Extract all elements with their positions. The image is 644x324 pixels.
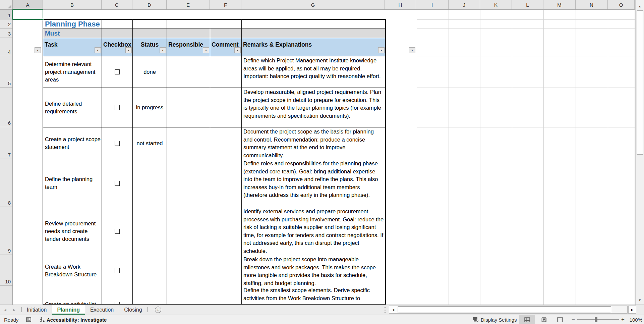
column-header-b[interactable]: B (43, 0, 102, 9)
tab-execution[interactable]: Execution (85, 305, 119, 315)
checkbox-cell[interactable] (102, 88, 133, 127)
task-checkbox[interactable] (115, 268, 120, 273)
comment-cell[interactable] (210, 159, 242, 207)
task-checkbox[interactable] (115, 302, 120, 305)
task-cell[interactable]: Create a Work Breakdown Structure (43, 255, 102, 286)
task-checkbox[interactable] (115, 69, 120, 74)
row-header-9[interactable]: 9 (0, 207, 12, 255)
macro-record-icon[interactable] (26, 315, 32, 324)
column-header-l[interactable]: L (512, 0, 543, 9)
task-cell[interactable]: Create a project scope statement (43, 127, 102, 159)
zoom-out-button[interactable]: − (570, 315, 577, 324)
status-cell[interactable] (133, 159, 167, 207)
comment-cell[interactable] (210, 88, 242, 127)
tabs-scroll-left-icon[interactable]: ◄ (3, 308, 7, 312)
display-settings[interactable]: Display Settings (473, 315, 517, 324)
checkbox-cell[interactable] (102, 286, 133, 305)
task-cell[interactable]: Define detailed requirements (43, 88, 102, 127)
checkbox-cell[interactable] (102, 56, 133, 88)
new-sheet-button[interactable]: + (155, 307, 161, 313)
checkbox-cell[interactable] (102, 159, 133, 207)
page-break-view-button[interactable] (552, 315, 568, 324)
status-cell[interactable]: done (133, 56, 167, 88)
row-header-1[interactable]: 1 (0, 10, 12, 19)
remarks-cell[interactable]: Define roles and responsibilities for th… (242, 159, 385, 207)
status-cell[interactable] (133, 207, 167, 255)
cell[interactable] (167, 20, 210, 29)
checkbox-cell[interactable] (102, 255, 133, 286)
row-header-8[interactable]: 8 (0, 159, 12, 207)
filter-dropdown[interactable]: ▾ (125, 47, 132, 53)
column-header-n[interactable]: N (576, 0, 608, 9)
row-header-6[interactable]: 6 (0, 88, 12, 127)
remarks-cell[interactable]: Identify external services and prepare p… (242, 207, 385, 255)
column-header-o[interactable]: O (608, 0, 635, 9)
remarks-cell[interactable]: Define the smallest scope elements. Deri… (242, 286, 385, 305)
filter-dropdown[interactable]: ▾ (160, 47, 166, 53)
column-header-e[interactable]: E (167, 0, 210, 9)
tab-closing[interactable]: Closing (119, 305, 147, 315)
comment-cell[interactable] (210, 56, 242, 88)
filter-dropdown[interactable]: ▾ (95, 47, 101, 53)
column-header-h[interactable]: H (385, 0, 416, 9)
task-checkbox[interactable] (115, 229, 120, 234)
column-header-c[interactable]: C (102, 0, 132, 9)
remarks-cell[interactable]: Break down the project scope into manage… (242, 255, 385, 286)
accessibility-status[interactable]: Accessibility: Investigate (39, 315, 107, 324)
status-cell[interactable]: in progress (133, 88, 167, 127)
row-header-5[interactable]: 5 (0, 56, 12, 88)
filter-dropdown[interactable]: ▾ (234, 47, 241, 53)
status-cell[interactable] (133, 286, 167, 305)
task-cell[interactable]: Create an activity list (43, 286, 102, 305)
task-checkbox[interactable] (115, 141, 120, 146)
filter-dropdown[interactable]: ▾ (203, 47, 209, 53)
zoom-level[interactable]: 100% (628, 315, 642, 324)
cell[interactable] (102, 29, 133, 38)
cell[interactable] (102, 20, 133, 29)
row-header-2[interactable]: 2 (0, 19, 12, 29)
scroll-right-icon[interactable]: ► (628, 306, 636, 314)
scroll-up-icon[interactable]: ▲ (636, 3, 643, 10)
cell[interactable] (242, 29, 385, 38)
row-header-10[interactable]: 10 (0, 255, 12, 286)
cell[interactable] (210, 20, 242, 29)
column-header-comment[interactable]: Comment▾ (210, 38, 242, 56)
responsible-cell[interactable] (167, 207, 210, 255)
tab-scrollbar-splitter[interactable] (384, 307, 386, 313)
column-header-g[interactable]: G (241, 0, 385, 9)
vertical-scrollbar[interactable]: ▲ ▼ (635, 0, 644, 305)
task-cell[interactable]: Review procurement needs and create tend… (43, 207, 102, 255)
vertical-scrollbar-thumb[interactable] (637, 10, 643, 155)
horizontal-scrollbar[interactable]: ◄ (389, 306, 628, 314)
comment-cell[interactable] (210, 207, 242, 255)
cell[interactable] (133, 29, 167, 38)
column-header-i[interactable]: I (416, 0, 449, 9)
responsible-cell[interactable] (167, 56, 210, 88)
column-header-status[interactable]: Status▾ (133, 38, 167, 56)
task-cell[interactable]: Define the planning team (43, 159, 102, 207)
column-header-a[interactable]: A (13, 0, 43, 9)
remarks-cell[interactable]: Develop measurable, aligned project requ… (242, 88, 385, 127)
remarks-cell[interactable]: Document the project scope as the basis … (242, 127, 385, 159)
responsible-cell[interactable] (167, 255, 210, 286)
column-header-remarks-explanations[interactable]: Remarks & Explanations▾ (242, 38, 385, 56)
row-header-4[interactable]: 4 (0, 38, 12, 56)
column-header-task[interactable]: Task▾ (43, 38, 102, 56)
checkbox-cell[interactable] (102, 127, 133, 159)
column-header-responsible[interactable]: Responsible▾ (167, 38, 210, 56)
responsible-cell[interactable] (167, 286, 210, 305)
tabs-scroll-right-icon[interactable]: ► (12, 308, 16, 312)
task-cell[interactable]: Determine relevant project management ar… (43, 56, 102, 88)
column-header-checkbox[interactable]: Checkbox▾ (102, 38, 133, 56)
scroll-left-icon[interactable]: ◄ (389, 306, 397, 313)
status-cell[interactable] (133, 255, 167, 286)
horizontal-scrollbar-thumb[interactable] (398, 306, 611, 313)
column-header-f[interactable]: F (210, 0, 241, 9)
cell[interactable] (210, 29, 242, 38)
cell[interactable] (133, 20, 167, 29)
task-checkbox[interactable] (115, 105, 120, 110)
row-header-3[interactable]: 3 (0, 29, 12, 38)
column-header-j[interactable]: J (449, 0, 480, 9)
column-header-k[interactable]: K (480, 0, 512, 9)
page-layout-view-button[interactable] (536, 315, 552, 324)
